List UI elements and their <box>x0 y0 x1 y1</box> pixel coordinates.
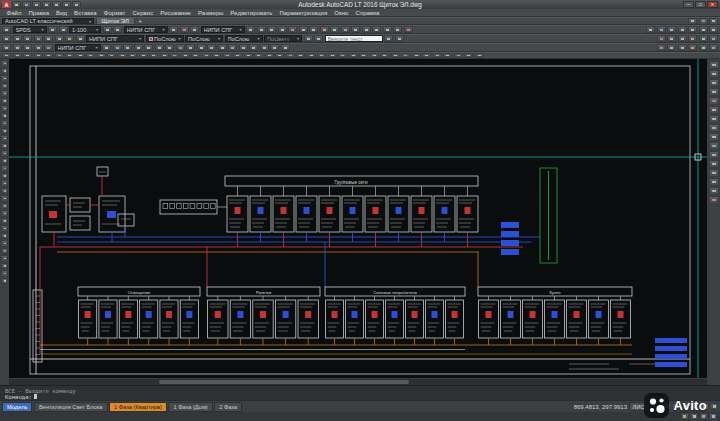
draw-tool-icon[interactable] <box>1 83 8 90</box>
modify-tool-icon[interactable] <box>709 178 719 186</box>
lineweight-combo[interactable]: ПоСлою▾ <box>225 35 263 42</box>
toolbar-icon[interactable] <box>395 35 404 42</box>
toolbar-icon[interactable] <box>275 53 284 59</box>
plot-style-combo[interactable]: ПоЦвету▾ <box>264 35 302 42</box>
draw-tool-icon[interactable] <box>1 135 8 142</box>
toolbar-icon[interactable] <box>688 35 697 42</box>
toolbar-icon[interactable] <box>404 26 413 33</box>
modify-tool-icon[interactable] <box>709 160 719 168</box>
toolbar-icon[interactable] <box>102 44 111 51</box>
toolbar-icon[interactable] <box>412 53 421 59</box>
toolbar-icon[interactable] <box>278 26 287 33</box>
color-combo[interactable]: ПоСлою▾ <box>146 35 184 42</box>
toolbar-icon[interactable] <box>65 35 74 42</box>
toolbar-icon[interactable] <box>59 26 68 33</box>
modify-tool-icon[interactable] <box>709 70 719 78</box>
draw-tool-icon[interactable] <box>1 75 8 82</box>
toolbar-icon[interactable] <box>709 35 718 42</box>
toolbar-icon[interactable] <box>239 44 248 51</box>
draw-tool-icon[interactable] <box>1 218 8 225</box>
status-toggle-icon[interactable] <box>710 403 718 411</box>
scale-combo[interactable]: 1-100▾ <box>69 26 101 33</box>
toolbar-icon[interactable] <box>218 44 227 51</box>
linetype-combo[interactable]: ПоСлою▾ <box>185 35 223 42</box>
toolbar-icon[interactable] <box>165 44 174 51</box>
modify-tool-icon[interactable] <box>709 115 719 123</box>
quick-access-icon[interactable] <box>12 1 21 8</box>
toolbar-icon[interactable] <box>197 44 206 51</box>
menu-item-0[interactable]: Файл <box>3 9 25 17</box>
toolbar-icon[interactable] <box>657 26 666 33</box>
draw-tool-icon[interactable] <box>1 158 8 165</box>
menu-item-7[interactable]: Размеры <box>195 9 227 17</box>
menu-item-9[interactable]: Параметризация <box>276 9 331 17</box>
layer-combo[interactable]: НИПИ СПГ▾ <box>86 35 144 42</box>
toolbar-icon[interactable] <box>113 26 122 33</box>
toolbar-icon[interactable] <box>76 35 85 42</box>
toolbar-icon[interactable] <box>149 53 158 59</box>
toolbar-icon[interactable] <box>233 53 242 59</box>
draw-tool-icon[interactable] <box>1 278 8 285</box>
toolbar-icon[interactable] <box>443 53 452 59</box>
menu-item-5[interactable]: Сервис <box>129 9 157 17</box>
toolbar-icon[interactable] <box>709 18 718 25</box>
draw-tool-icon[interactable] <box>1 210 8 217</box>
toolbar-icon[interactable] <box>2 26 11 33</box>
toolbar-icon[interactable] <box>180 26 189 33</box>
layout-tab-4[interactable]: 2 Фаза <box>214 402 242 412</box>
toolbar-icon[interactable] <box>44 53 53 59</box>
toolbar-icon[interactable] <box>393 26 402 33</box>
toolbar-icon[interactable] <box>341 26 350 33</box>
toolbar-icon[interactable] <box>254 53 263 59</box>
toolbar-icon[interactable] <box>228 44 237 51</box>
toolbar-icon[interactable] <box>657 44 666 51</box>
menu-item-6[interactable]: Рисование <box>157 9 195 17</box>
draw-tool-icon[interactable] <box>1 270 8 277</box>
toolbar-icon[interactable] <box>401 53 410 59</box>
toolbar-icon[interactable] <box>657 35 666 42</box>
draw-tool-icon[interactable] <box>1 113 8 120</box>
toolbar-icon[interactable] <box>2 53 11 59</box>
modify-tool-icon[interactable] <box>709 79 719 87</box>
quick-access-icon[interactable] <box>22 1 31 8</box>
toolbar-icon[interactable] <box>699 35 708 42</box>
toolbar-icon[interactable] <box>678 44 687 51</box>
menu-item-8[interactable]: Редактировать <box>227 9 276 17</box>
minimize-button[interactable]: ─ <box>683 1 694 8</box>
toolbar-icon[interactable] <box>267 26 276 33</box>
toolbar-icon[interactable] <box>709 26 718 33</box>
toolbar-icon[interactable] <box>330 26 339 33</box>
toolbar-icon[interactable] <box>464 53 473 59</box>
toolbar-icon[interactable] <box>113 44 122 51</box>
toolbar-icon[interactable] <box>454 53 463 59</box>
close-button[interactable]: ✕ <box>707 1 718 8</box>
toolbar-icon[interactable] <box>351 26 360 33</box>
toolbar-icon[interactable] <box>48 26 57 33</box>
new-tab-button[interactable]: + <box>136 18 144 25</box>
toolbar-icon[interactable] <box>678 35 687 42</box>
toolbar-icon[interactable] <box>44 44 53 51</box>
toolbar-icon[interactable] <box>34 53 43 59</box>
toolbar-icon[interactable] <box>709 44 718 51</box>
draw-tool-icon[interactable] <box>1 255 8 262</box>
toolbar-icon[interactable] <box>328 53 337 59</box>
toolbar-icon[interactable] <box>246 26 255 33</box>
modify-tool-icon[interactable] <box>709 187 719 195</box>
toolbar-icon[interactable] <box>699 26 708 33</box>
toolbar-icon[interactable] <box>2 44 11 51</box>
modify-tool-icon[interactable] <box>709 133 719 141</box>
modify-tool-icon[interactable] <box>709 106 719 114</box>
toolbar-icon[interactable] <box>34 35 43 42</box>
toolbar-icon[interactable] <box>223 53 232 59</box>
toolbar-icon[interactable] <box>338 53 347 59</box>
toolbar-icon[interactable] <box>383 26 392 33</box>
toolbar-icon[interactable] <box>2 35 11 42</box>
tray-icon[interactable] <box>709 413 717 421</box>
draw-tool-icon[interactable] <box>1 248 8 255</box>
horizontal-scrollbar[interactable] <box>9 378 707 385</box>
command-prompt-line[interactable]: Команда: <box>5 394 715 400</box>
toolbar-icon[interactable] <box>55 35 64 42</box>
draw-tool-icon[interactable] <box>1 180 8 187</box>
toolbar-icon[interactable] <box>359 53 368 59</box>
toolbar-icon[interactable] <box>44 35 53 42</box>
